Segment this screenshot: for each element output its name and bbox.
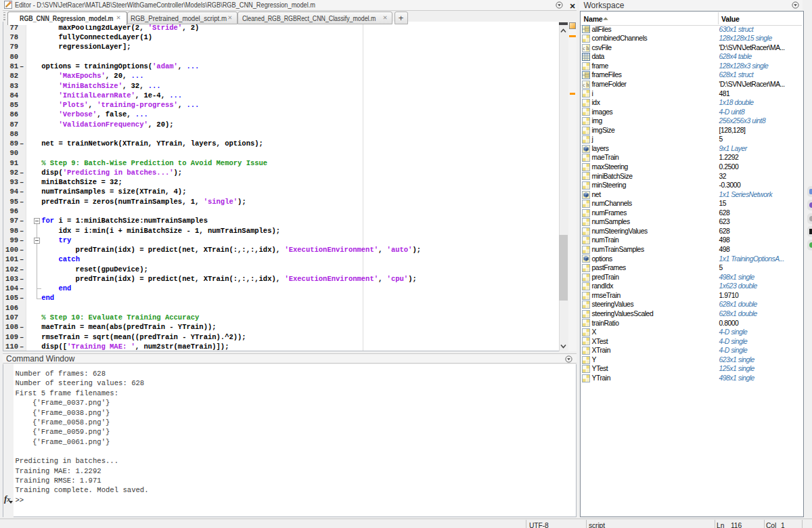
svg-text:c: c xyxy=(583,82,585,88)
svg-text:h: h xyxy=(586,45,589,51)
svg-text:c: c xyxy=(583,45,585,51)
svg-text:h: h xyxy=(586,81,589,87)
